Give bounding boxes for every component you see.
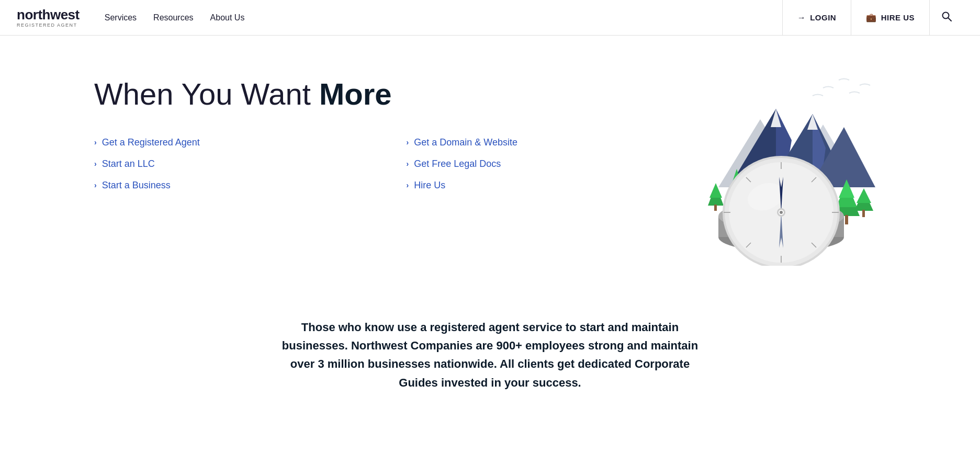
svg-line-1 [948,18,951,21]
chevron-icon: › [94,181,97,189]
chevron-icon: › [94,138,97,146]
login-button[interactable]: → LOGIN [783,0,852,35]
hire-us-label: HIRE US [881,13,915,22]
login-label: LOGIN [810,13,836,22]
logo[interactable]: northwest REGISTERED AGENT [17,8,80,28]
hero-link-start-llc[interactable]: › Start an LLC [94,159,365,169]
hero-illustration [677,67,886,266]
hero-link-hire-us[interactable]: › Hire Us [407,180,677,191]
logo-subtitle: REGISTERED AGENT [17,22,80,28]
svg-rect-20 [845,215,848,224]
nav-resources[interactable]: Resources [153,11,193,25]
logo-text: northwest [17,8,80,21]
search-icon [941,11,952,24]
tagline-section: Those who know use a registered agent se… [0,297,980,434]
svg-marker-22 [857,188,871,203]
svg-rect-16 [714,205,717,211]
svg-rect-23 [862,210,865,217]
svg-point-43 [780,211,783,214]
main-nav: Services Resources About Us [105,11,782,25]
search-button[interactable] [930,0,963,35]
hire-us-button[interactable]: 💼 HIRE US [851,0,930,35]
hero-link-start-business[interactable]: › Start a Business [94,180,365,191]
chevron-icon: › [407,138,409,146]
header: northwest REGISTERED AGENT Services Reso… [0,0,980,36]
hero-section: When You Want More › Get a Registered Ag… [0,36,980,297]
tagline-text: Those who know use a registered agent se… [276,318,705,392]
chevron-icon: › [407,181,409,189]
nav-about-us[interactable]: About Us [210,11,245,25]
hero-link-free-legal-docs[interactable]: › Get Free Legal Docs [407,159,677,169]
hero-link-registered-agent[interactable]: › Get a Registered Agent [94,137,365,148]
login-icon: → [797,13,806,22]
hero-links: › Get a Registered Agent › Get a Domain … [94,137,677,191]
nav-services[interactable]: Services [105,11,137,25]
header-right: → LOGIN 💼 HIRE US [782,0,963,35]
hero-content: When You Want More › Get a Registered Ag… [94,77,677,191]
hero-link-domain-website[interactable]: › Get a Domain & Website [407,137,677,148]
chevron-icon: › [94,160,97,168]
chevron-icon: › [407,160,409,168]
hero-title: When You Want More [94,77,677,111]
briefcase-icon: 💼 [866,13,877,22]
